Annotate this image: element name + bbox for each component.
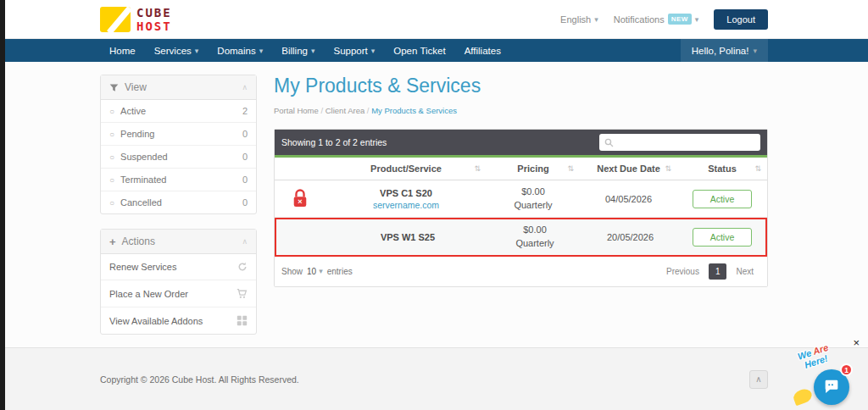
table-search-input[interactable]: [618, 138, 755, 147]
nav-item-support[interactable]: Support▾: [324, 39, 384, 62]
scroll-to-top-button[interactable]: ∧: [749, 370, 768, 389]
addons-icon: [236, 315, 248, 326]
nav-item-billing[interactable]: Billing▾: [272, 39, 324, 62]
column-header-empty: [275, 158, 326, 180]
caret-down-icon: ▾: [311, 47, 315, 55]
action-label: Place a New Order: [109, 289, 188, 299]
sort-icon[interactable]: ⇅: [754, 164, 761, 173]
nav-item-open-ticket[interactable]: Open Ticket: [384, 39, 454, 62]
page-size-value: 10: [307, 267, 316, 276]
nav-label: Home: [109, 46, 136, 56]
svg-text:×: ×: [298, 197, 302, 206]
action-label: View Available Addons: [109, 316, 203, 326]
radio-icon: ○: [109, 130, 114, 139]
pagination-previous[interactable]: Previous: [659, 263, 706, 280]
filter-count: 0: [242, 152, 248, 162]
action-renew-services[interactable]: Renew Services: [101, 254, 256, 280]
brand-logo[interactable]: CUBE HOST: [100, 7, 172, 32]
actions-panel-header: + Actions ∧: [101, 230, 256, 254]
filter-label: Cancelled: [120, 197, 162, 208]
filter-cancelled[interactable]: ○Cancelled 0: [101, 191, 256, 213]
action-place-new-order[interactable]: Place a New Order: [101, 280, 256, 308]
plus-icon: +: [109, 236, 116, 247]
main-navbar: Home Services▾ Domains▾ Billing▾ Support…: [0, 39, 868, 62]
status-badge[interactable]: Active: [693, 190, 753, 208]
table-toolbar: Showing 1 to 2 of 2 entries: [275, 130, 767, 155]
language-label: English: [560, 14, 591, 25]
user-menu[interactable]: Hello, Polina!▾: [681, 39, 768, 62]
action-label: Renew Services: [109, 262, 176, 272]
column-label: Next Due Date: [597, 163, 660, 174]
action-view-available-addons[interactable]: View Available Addons: [101, 308, 256, 334]
column-label: Status: [708, 163, 737, 174]
actions-panel-title: Actions: [122, 235, 155, 247]
nav-item-services[interactable]: Services▾: [145, 39, 209, 62]
chevron-up-icon[interactable]: ∧: [242, 237, 248, 246]
copyright-text: Copyright © 2026 Cube Host. All Rights R…: [100, 374, 299, 385]
product-name: VPS W1 S25: [331, 232, 485, 242]
main-content: View ∧ ○Active 2 ○Pending 0 ○Suspended 0: [0, 62, 868, 347]
price: $0.00: [492, 224, 578, 237]
search-icon: [604, 138, 614, 147]
table-row-highlighted[interactable]: VPS W1 S25 $0.00 Quarterly 20/05/2026 Ac…: [275, 218, 767, 257]
show-label: Show: [281, 267, 303, 276]
breadcrumb-portal-home[interactable]: Portal Home: [274, 106, 319, 115]
filter-suspended[interactable]: ○Suspended 0: [101, 146, 256, 169]
breadcrumb-client-area[interactable]: Client Area: [319, 106, 364, 115]
status-badge[interactable]: Active: [693, 228, 753, 247]
breadcrumb-current: My Products & Services: [364, 106, 457, 115]
window-edge: [0, 0, 5, 410]
showing-entries-text: Showing 1 to 2 of 2 entries: [281, 137, 387, 147]
pagination-page-1[interactable]: 1: [709, 263, 727, 280]
filter-pending[interactable]: ○Pending 0: [101, 123, 256, 146]
pagination-next[interactable]: Next: [729, 263, 760, 280]
chat-hand-icon: [792, 387, 814, 407]
caret-down-icon: ▾: [195, 47, 199, 55]
page-size-select[interactable]: 10 ▾: [307, 267, 323, 276]
column-header-next-due-date[interactable]: Next Due Date⇅: [580, 158, 677, 180]
next-due-date: 20/05/2026: [581, 228, 679, 247]
column-header-pricing[interactable]: Pricing⇅: [487, 158, 580, 180]
table-footer: Show 10 ▾ entries Previous 1 Next: [275, 257, 767, 286]
sort-icon[interactable]: ⇅: [474, 164, 481, 173]
language-dropdown[interactable]: English ▾: [560, 14, 598, 25]
billing-cycle: Quarterly: [490, 199, 576, 213]
filter-label: Active: [120, 106, 146, 116]
sidebar: View ∧ ○Active 2 ○Pending 0 ○Suspended 0: [100, 75, 257, 349]
column-header-status[interactable]: Status⇅: [677, 158, 767, 180]
filter-count: 0: [242, 175, 248, 185]
chat-widget: × We Are Here! 1: [783, 339, 861, 407]
breadcrumb: Portal HomeClient AreaMy Products & Serv…: [274, 106, 768, 115]
nav-label: Domains: [217, 46, 255, 56]
sort-icon[interactable]: ⇅: [567, 164, 574, 173]
notifications-dropdown[interactable]: Notifications NEW ▾: [614, 14, 699, 25]
table-header-row: Product/Service⇅ Pricing⇅ Next Due Date⇅…: [275, 158, 767, 180]
cart-icon: [236, 288, 248, 299]
filter-terminated[interactable]: ○Terminated 0: [101, 169, 256, 191]
content-area: My Products & Services Portal HomeClient…: [274, 75, 768, 349]
radio-icon: ○: [109, 152, 114, 162]
nav-label: Services: [154, 46, 192, 56]
chevron-up-icon[interactable]: ∧: [242, 83, 248, 91]
new-badge: NEW: [668, 14, 692, 25]
column-header-product-service[interactable]: Product/Service⇅: [326, 158, 487, 180]
nav-label: Open Ticket: [393, 46, 445, 56]
product-domain-link[interactable]: servername.com: [373, 200, 439, 210]
nav-item-home[interactable]: Home: [100, 39, 145, 62]
table-row[interactable]: × VPS C1 S20 servername.com $0.00 Quarte…: [275, 180, 767, 218]
logout-button[interactable]: Logout: [714, 9, 768, 30]
entries-label: entries: [327, 267, 353, 276]
view-panel-title: View: [125, 81, 147, 93]
nav-item-affiliates[interactable]: Affiliates: [455, 39, 510, 62]
radio-icon: ○: [109, 198, 114, 208]
view-panel-header: View ∧: [101, 75, 256, 100]
next-due-date: 04/05/2026: [580, 190, 677, 208]
sort-icon[interactable]: ⇅: [665, 164, 671, 173]
caret-down-icon: ▾: [259, 47, 264, 55]
nav-item-domains[interactable]: Domains▾: [208, 39, 272, 62]
price: $0.00: [490, 186, 576, 199]
filter-active[interactable]: ○Active 2: [101, 100, 256, 123]
brand-name-line1: CUBE: [136, 7, 172, 19]
close-icon[interactable]: ×: [853, 337, 860, 348]
filter-label: Terminated: [120, 175, 166, 185]
